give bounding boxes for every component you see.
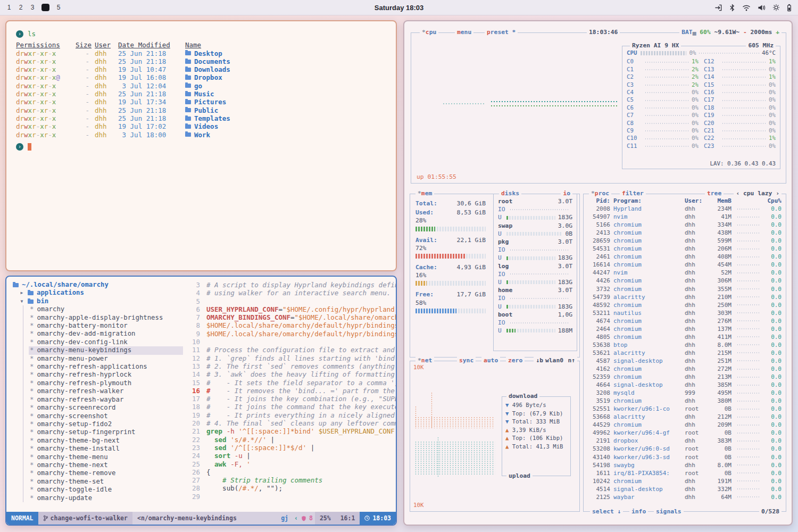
tree-item[interactable]: *omarchy-theme-install [29,445,183,453]
process-row[interactable]: 54907nvimdhh41M0.0 [584,213,786,221]
process-row[interactable]: 2008Hyprlanddhh234M0.0 [584,205,786,213]
process-row[interactable]: 53621alacrittydhh215M0.0 [584,349,786,357]
net-sync-button[interactable]: sync [457,357,476,364]
btop-tab-cpu[interactable]: *cpu [420,29,438,36]
prompt-line-2[interactable]: › [16,143,386,151]
process-row[interactable]: 52359chromiumdhh213M0.0 [584,373,786,381]
bluetooth-icon[interactable] [729,4,735,12]
tree-folder-bin[interactable]: ▾bin [12,297,183,305]
tree-item[interactable]: *omarchy-refresh-walker [29,387,183,395]
process-row[interactable]: 54739alacrittydhh210M0.0 [584,293,786,301]
process-row[interactable]: 44529chromiumdhh209M0.0 [584,421,786,429]
tree-item[interactable]: *omarchy-battery-monitor [29,322,183,330]
process-row[interactable]: 2191dropboxdhh383M0.0 [584,437,786,445]
btop-tab-proc[interactable]: *proc [589,190,611,197]
proc-signals-button[interactable]: signals [654,508,684,516]
tree-item[interactable]: *omarchy-refresh-waybar [29,396,183,404]
tree-item[interactable]: *omarchy-setup-fingerprint [29,428,183,436]
tree-item[interactable]: *omarchy [29,305,183,313]
process-row[interactable]: 4805chromiumdhh411M0.0 [584,333,786,341]
process-row[interactable]: 4664signal-desktopdhh385M0.0 [584,381,786,389]
battery-icon[interactable] [787,4,792,12]
tree-item[interactable]: *omarchy-screenrecord [29,404,183,412]
process-row[interactable]: 53638btopdhh8.0M0.0 [584,341,786,349]
process-row[interactable]: 44247nvimdhh52M0.0 [584,269,786,277]
folder-name[interactable]: Templates [194,114,230,122]
process-row[interactable]: 4514signal-desktopdhh332M0.0 [584,485,786,493]
tree-item[interactable]: *omarchy-menu-power [29,355,183,363]
folder-name[interactable]: Dropbox [194,73,222,81]
interval-minus-button[interactable]: - [743,29,747,36]
proc-tree-button[interactable]: tree [705,190,724,197]
tree-item[interactable]: *omarchy-refresh-hyprlock [29,371,183,379]
tree-item[interactable]: *omarchy-screenshot [29,412,183,420]
btop-window[interactable]: *cpu menu preset * 18:03:46 BAT▄ 60% ~9.… [403,20,793,526]
btop-menu-button[interactable]: menu [455,29,473,36]
tree-item[interactable]: *omarchy-theme-bg-next [29,437,183,445]
tree-item[interactable]: *omarchy-dev-add-migration [29,330,183,338]
tree-item[interactable]: *omarchy-dev-config-link [29,338,183,346]
folder-name[interactable]: go [194,82,202,90]
disks-io-toggle[interactable]: io [561,190,572,197]
process-row[interactable]: 1611irq/81-PIXA3854:root0B0.0 [584,469,786,477]
process-row[interactable]: 3732chromiumdhh355M0.0 [584,285,786,293]
process-row[interactable]: 52551kworker/u96:1-coroot0B0.0 [584,405,786,413]
process-row[interactable]: 4587signal-desktopdhh251M0.0 [584,357,786,365]
tree-item[interactable]: *omarchy-theme-remove [29,469,183,477]
process-row[interactable]: 2413chromiumdhh438M0.0 [584,229,786,237]
tree-folder-applications[interactable]: ▸applications [12,289,183,297]
proc-filter-button[interactable]: filter [620,190,646,197]
process-row[interactable]: 3208mysqld999495M0.0 [584,389,786,397]
btop-preset-button[interactable]: preset * [485,29,518,36]
folder-name[interactable]: Desktop [194,49,222,57]
process-row[interactable]: 10242chromiumdhh191M0.0 [584,477,786,485]
terminal-window[interactable]: › ls Permissions Size User Date Modified… [5,20,397,271]
logout-icon[interactable] [714,4,722,12]
process-row[interactable]: 4162chromiumdhh272M0.0 [584,365,786,373]
tree-item[interactable]: *omarchy-theme-set [29,478,183,486]
folder-name[interactable]: Public [194,106,218,114]
net-auto-button[interactable]: auto [481,357,500,364]
tree-item[interactable]: *omarchy-toggle-idle [29,486,183,494]
interval-plus-button[interactable]: + [776,29,779,36]
process-row[interactable]: 28659chromiumdhh599M0.0 [584,237,786,245]
proc-sort-nav[interactable]: ‹ cpu lazy › [734,190,782,197]
volume-icon[interactable] [758,4,766,11]
folder-name[interactable]: Documents [194,57,230,65]
proc-info-button[interactable]: info [629,508,648,516]
process-row[interactable]: 53208kworker/u96:0-sdroot0B0.0 [584,445,786,453]
wifi-icon[interactable] [742,4,751,11]
tree-item[interactable]: *omarchy-update [29,494,183,502]
workspace-button[interactable]: 3 [30,4,35,11]
editor-window[interactable]: ~/.local/share/omarchy▸applications▾bin*… [5,276,397,526]
process-row[interactable]: 54198swaybgdhh8.0M0.0 [584,461,786,469]
tree-item[interactable]: *omarchy-menu-keybindings [29,346,183,354]
process-row[interactable]: 43140kworker/u96:3-sdroot0B0.0 [584,453,786,461]
folder-name[interactable]: Work [194,131,210,139]
tree-item[interactable]: *omarchy-theme-menu [29,453,183,461]
workspace-button[interactable]: 1 [6,4,12,11]
tree-root[interactable]: ~/.local/share/omarchy [12,281,183,289]
net-iface-next[interactable]: n↑ [566,357,577,364]
folder-name[interactable]: Videos [194,122,218,130]
net-zero-button[interactable]: zero [506,357,525,364]
settings-gear-icon[interactable] [772,4,780,11]
process-row[interactable]: 53211nautilusdhh303M0.0 [584,309,786,317]
process-row[interactable]: 4674chromiumdhh276M0.0 [584,317,786,325]
workspace-button[interactable]: 5 [56,4,61,11]
workspace-button[interactable]: 4 [41,4,49,11]
folder-name[interactable]: Downloads [194,65,230,73]
tree-item[interactable]: *omarchy-apple-display-brightness [29,314,183,322]
workspace-button[interactable]: 2 [18,4,23,11]
process-row[interactable]: 16614chromiumdhh454M0.0 [584,261,786,269]
code-area[interactable]: 3# A script to display Hyprland keybindi… [183,277,396,512]
process-row[interactable]: 54531chromiumdhh206M0.0 [584,245,786,253]
proc-select-button[interactable]: select ↓ [590,508,623,516]
process-row[interactable]: 2125waybardhh64M0.0 [584,493,786,501]
tree-item[interactable]: *omarchy-refresh-plymouth [29,379,183,387]
folder-name[interactable]: Music [194,90,214,98]
process-row[interactable]: 48592chromiumdhh250M0.0 [584,301,786,309]
tree-item[interactable]: *omarchy-theme-next [29,461,183,469]
process-row[interactable]: 53668alacrittydhh212M0.0 [584,413,786,421]
tree-item[interactable]: *omarchy-refresh-applications [29,363,183,371]
